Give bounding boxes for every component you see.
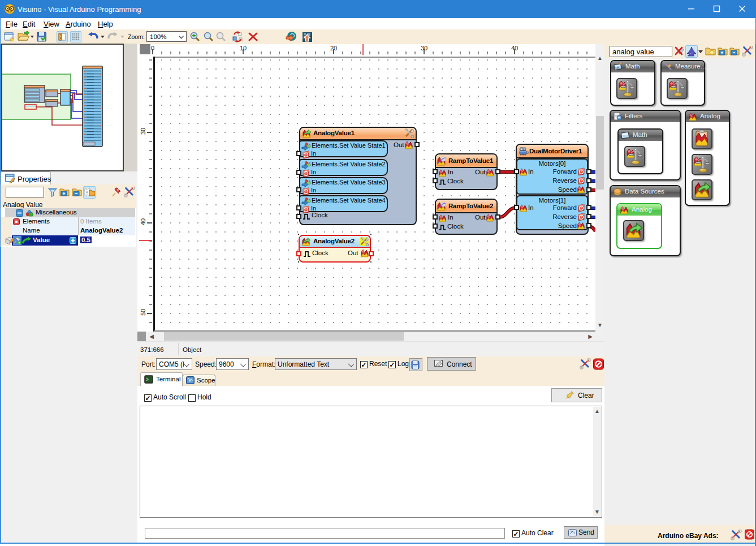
svg-text:40: 40	[140, 218, 146, 225]
svg-text:30: 30	[140, 128, 146, 135]
svg-text:0: 0	[151, 45, 154, 51]
svg-text:30: 30	[421, 45, 427, 51]
svg-text:20: 20	[330, 45, 337, 51]
svg-text:40: 40	[511, 45, 518, 51]
svg-text:50: 50	[140, 309, 146, 316]
svg-text:10: 10	[240, 45, 247, 51]
